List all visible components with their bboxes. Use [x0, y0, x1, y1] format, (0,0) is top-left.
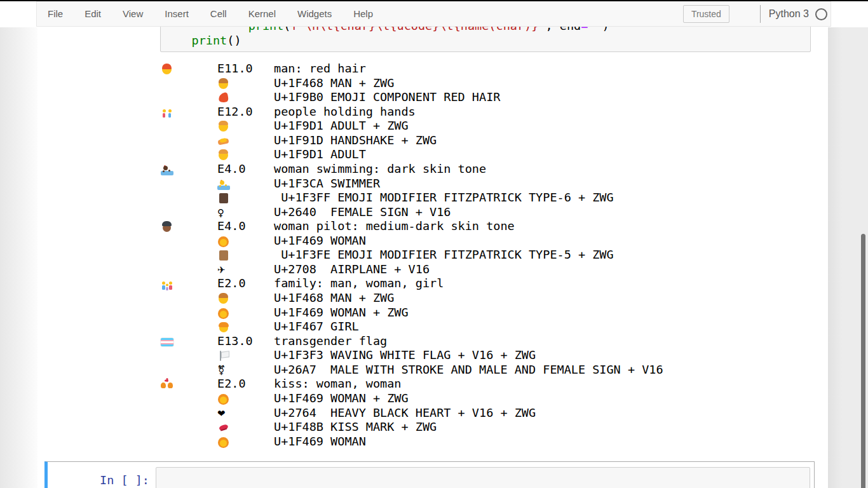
kernel-name-label: Python 3: [769, 8, 809, 20]
people-holding-hands-emoji: [161, 106, 173, 119]
output-line: U+1F9D1 ADULT: [161, 147, 827, 162]
menu-item-edit[interactable]: Edit: [74, 2, 112, 26]
fitz5-emoji: [217, 249, 230, 262]
output-line: E12.0people holding hands: [161, 105, 827, 119]
swimmer-dark-emoji: [161, 163, 173, 176]
woman-emoji: [217, 235, 230, 248]
output-line: U+1F469 WOMAN + ZWG: [161, 391, 827, 406]
output-line: ❤U+2764 HEAVY BLACK HEART + V16 + ZWG: [161, 406, 827, 421]
output-line: E4.0woman swimming: dark skin tone: [161, 162, 827, 177]
kiss-mark-emoji: [217, 421, 230, 434]
window-top-edge: [0, 0, 868, 1]
output-line: U+1F3F3 WAVING WHITE FLAG + V16 + ZWG: [161, 348, 827, 363]
selected-empty-cell: In [ ]:: [44, 461, 815, 488]
output-line: U+1F467 GIRL: [161, 320, 827, 334]
output-line: U+1F48B KISS MARK + ZWG: [161, 420, 827, 435]
man-emoji: [217, 78, 230, 90]
trusted-badge[interactable]: Trusted: [683, 5, 729, 23]
red-hair-emoji: [217, 92, 230, 104]
output-line: U+1F468 MAN + ZWG: [161, 291, 827, 306]
man-emoji: [217, 292, 230, 305]
adult-emoji: [217, 149, 230, 161]
output-line: ✈U+2708 AIRPLANE + V16: [161, 262, 827, 277]
output-line: U+1F9D1 ADULT + ZWG: [161, 119, 827, 133]
empty-cell-input[interactable]: [156, 467, 810, 488]
output-line: U+1F469 WOMAN: [161, 234, 827, 248]
input-prompt: In [ ]:: [100, 473, 149, 487]
transgender-flag-emoji: [161, 336, 173, 348]
output-line: U+1F3FF EMOJI MODIFIER FITZPATRICK TYPE-…: [161, 191, 827, 205]
notebook-container: print(f'\n\t{char}\t{ucode}\t{name(char)…: [37, 27, 828, 488]
woman-pilot-dark-emoji: [161, 220, 173, 233]
output-line: ♀U+2640 FEMALE SIGN + V16: [161, 205, 827, 220]
heavy-black-heart-glyph: ❤: [217, 407, 231, 420]
output-area: E11.0man: red hairU+1F468 MAN + ZWGU+1F9…: [161, 62, 827, 449]
transgender-symbol-glyph: ⚧: [217, 364, 231, 377]
output-line: E2.0kiss: woman, woman: [161, 377, 827, 391]
menubar: FileEditViewInsertCellKernelWidgetsHelp …: [36, 1, 831, 27]
kiss-woman-woman-emoji: [161, 378, 173, 391]
output-line: U+1F9B0 EMOJI COMPONENT RED HAIR: [161, 90, 827, 105]
kernel-idle-icon: [815, 8, 827, 20]
scrollbar-thumb[interactable]: [861, 234, 865, 488]
menu-item-cell[interactable]: Cell: [200, 2, 238, 26]
output-line: U+1F3FE EMOJI MODIFIER FITZPATRICK TYPE-…: [161, 248, 827, 262]
menu-item-widgets[interactable]: Widgets: [287, 2, 342, 26]
output-line: U+1F3CA SWIMMER: [161, 177, 827, 191]
white-flag-emoji: [217, 349, 230, 362]
swimmer-emoji: [217, 178, 230, 191]
left-gutter: [0, 27, 37, 488]
handshake-emoji: [217, 135, 230, 147]
menu-item-kernel[interactable]: Kernel: [238, 2, 287, 26]
menu-item-view[interactable]: View: [112, 2, 154, 26]
output-line: ⚧U+26A7 MALE WITH STROKE AND MALE AND FE…: [161, 363, 827, 377]
woman-emoji: [217, 436, 230, 449]
menu-item-file[interactable]: File: [37, 2, 74, 26]
girl-emoji: [217, 321, 230, 334]
output-line: U+1F469 WOMAN + ZWG: [161, 306, 827, 320]
menu-item-insert[interactable]: Insert: [154, 2, 200, 26]
output-line: U+1F468 MAN + ZWG: [161, 76, 827, 91]
output-line: E2.0family: man, woman, girl: [161, 276, 827, 291]
man-red-hair-emoji: [161, 63, 173, 76]
adult-emoji: [217, 120, 230, 133]
menubar-right: Trusted Python 3: [683, 2, 829, 26]
family-emoji: [161, 278, 173, 290]
woman-emoji: [217, 307, 230, 320]
menu-item-help[interactable]: Help: [342, 2, 384, 26]
fitz6-emoji: [217, 192, 230, 205]
output-line: U+1F469 WOMAN: [161, 435, 827, 449]
code-line: print(): [163, 34, 810, 48]
output-line: E11.0man: red hair: [161, 62, 827, 76]
output-line: U+1F91D HANDSHAKE + ZWG: [161, 133, 827, 148]
female-sign-glyph: ♀: [217, 207, 231, 219]
output-line: E13.0transgender flag: [161, 334, 827, 349]
header-divider: [760, 5, 761, 23]
output-line: E4.0woman pilot: medium-dark skin tone: [161, 219, 827, 234]
woman-emoji: [217, 393, 230, 405]
airplane-glyph: ✈: [217, 264, 231, 276]
